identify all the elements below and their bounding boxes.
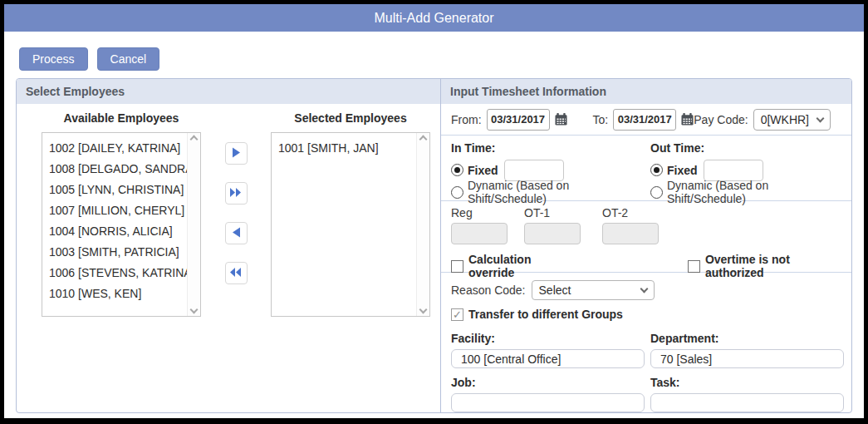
reason-code-select[interactable]: Select [532, 280, 655, 300]
transfer-groups-label: Transfer to different Groups [468, 308, 623, 321]
selected-list-scrollbar[interactable] [416, 133, 429, 316]
chevron-down-icon [640, 285, 648, 293]
move-all-left-icon [230, 266, 242, 281]
from-label: From: [451, 113, 482, 126]
select-employees-header: Select Employees [17, 79, 440, 104]
time-section: In Time: Fixed Dynamic (Based on Shift/S… [441, 136, 851, 201]
list-item[interactable]: 1008 [DELGADO, SANDRA] [49, 159, 180, 180]
selected-employees-listbox[interactable]: 1001 [SMITH, JAN] [271, 132, 430, 317]
chevron-down-icon [817, 114, 825, 122]
to-calendar-icon[interactable] [681, 113, 694, 126]
out-time-fixed-radio[interactable] [650, 164, 663, 176]
move-left-icon [232, 226, 241, 241]
timesheet-title: Input Timesheet Information [450, 85, 606, 98]
list-item[interactable]: 1005 [LYNN, CHRISTINA] [49, 180, 180, 200]
process-button[interactable]: Process [19, 47, 88, 71]
in-time-label: In Time: [451, 141, 650, 155]
in-time-dynamic-radio[interactable] [451, 186, 463, 199]
list-item[interactable]: 1003 [SMITH, PATRICIA] [49, 242, 180, 263]
available-employees-items: 1002 [DAILEY, KATRINA]1008 [DELGADO, SAN… [42, 133, 200, 304]
ot2-hours-input[interactable] [602, 223, 659, 244]
task-input[interactable] [650, 393, 844, 412]
dialog-title: Multi-Add Generator [374, 11, 493, 26]
reg-label: Reg [451, 206, 524, 219]
select-employees-title: Select Employees [26, 85, 125, 98]
out-time-fixed-label: Fixed [667, 164, 698, 177]
in-time-fixed-radio[interactable] [451, 164, 463, 176]
out-time-dynamic-radio[interactable] [650, 186, 663, 199]
to-date-input[interactable] [613, 109, 676, 131]
move-all-left-button[interactable] [225, 262, 248, 284]
dialog: Multi-Add Generator Process Cancel Selec… [4, 4, 864, 418]
selected-employees-column: Selected Employees 1001 [SMITH, JAN] [271, 111, 430, 317]
available-list-scrollbar[interactable] [187, 133, 200, 316]
calculation-override-checkbox[interactable] [451, 260, 463, 273]
date-range-section: From: To: Pay Code: 0[WKHR] [441, 104, 851, 136]
list-item[interactable]: 1006 [STEVENS, KATRINA] [49, 263, 180, 283]
pay-code-label: Pay Code: [694, 113, 748, 126]
list-item[interactable]: 1007 [MILLION, CHERYL] [49, 200, 180, 221]
hours-section: Reg OT-1 OT-2 Calculation override Overt… [441, 201, 851, 273]
overtime-not-authorized-checkbox[interactable] [688, 260, 700, 273]
list-item[interactable]: 1004 [NORRIS, ALICIA] [49, 221, 180, 242]
scroll-up-icon[interactable] [419, 136, 428, 144]
reason-code-label: Reason Code: [451, 283, 526, 297]
from-date-input[interactable] [487, 109, 550, 131]
main-panels: Select Employees Available Employees 100… [16, 78, 852, 413]
selected-employees-label: Selected Employees [294, 111, 406, 125]
move-right-button[interactable] [225, 142, 248, 165]
available-employees-label: Available Employees [64, 111, 179, 125]
move-right-icon [232, 146, 241, 161]
available-employees-column: Available Employees 1002 [DAILEY, KATRIN… [42, 111, 201, 317]
list-item[interactable]: 1001 [SMITH, JAN] [278, 138, 409, 159]
transfer-section: Reason Code: Select ✓ Transfer to differ… [441, 273, 851, 412]
select-employees-panel: Select Employees Available Employees 100… [17, 79, 441, 412]
department-input[interactable] [650, 349, 844, 368]
check-icon: ✓ [453, 308, 462, 321]
facility-input[interactable] [451, 349, 645, 368]
reg-hours-input[interactable] [451, 223, 508, 244]
out-time-label: Out Time: [650, 141, 850, 155]
in-time-fixed-label: Fixed [468, 164, 498, 177]
scroll-up-icon[interactable] [190, 136, 199, 144]
department-label: Department: [650, 332, 850, 345]
move-left-button[interactable] [225, 222, 248, 244]
from-calendar-icon[interactable] [555, 113, 567, 126]
transfer-buttons-column [201, 111, 271, 317]
to-label: To: [593, 113, 609, 126]
ot1-hours-input[interactable] [524, 223, 581, 244]
list-item[interactable]: 1010 [WES, KEN] [49, 283, 180, 304]
employee-selection-body: Available Employees 1002 [DAILEY, KATRIN… [17, 104, 440, 317]
move-all-right-icon [230, 186, 242, 201]
move-all-right-button[interactable] [225, 182, 248, 205]
scroll-down-icon[interactable] [190, 306, 199, 314]
list-item[interactable]: 1002 [DAILEY, KATRINA] [49, 138, 180, 159]
ot1-label: OT-1 [524, 206, 602, 219]
task-label: Task: [650, 376, 850, 389]
pay-code-value: 0[WKHR] [761, 113, 809, 126]
toolbar: Process Cancel [19, 47, 864, 71]
pay-code-select[interactable]: 0[WKHR] [753, 109, 831, 131]
scroll-down-icon[interactable] [419, 306, 428, 314]
title-bar: Multi-Add Generator [4, 4, 864, 32]
in-time-column: In Time: Fixed Dynamic (Based on Shift/S… [451, 141, 650, 200]
timesheet-panel: Input Timesheet Information From: To: Pa… [441, 79, 851, 412]
out-time-column: Out Time: Fixed Dynamic (Based on Shift/… [650, 141, 850, 200]
timesheet-header: Input Timesheet Information [441, 79, 851, 104]
facility-label: Facility: [451, 332, 650, 345]
ot2-label: OT-2 [602, 206, 628, 219]
cancel-button[interactable]: Cancel [97, 47, 160, 71]
screenshot-frame: Multi-Add Generator Process Cancel Selec… [0, 0, 868, 424]
available-employees-listbox[interactable]: 1002 [DAILEY, KATRINA]1008 [DELGADO, SAN… [42, 132, 201, 317]
job-input[interactable] [451, 393, 645, 412]
selected-employees-items: 1001 [SMITH, JAN] [272, 133, 429, 159]
out-time-fixed-input[interactable] [704, 160, 763, 181]
reason-code-value: Select [539, 283, 571, 297]
job-label: Job: [451, 376, 650, 389]
transfer-groups-checkbox[interactable]: ✓ [451, 308, 463, 321]
in-time-fixed-input[interactable] [504, 160, 564, 181]
